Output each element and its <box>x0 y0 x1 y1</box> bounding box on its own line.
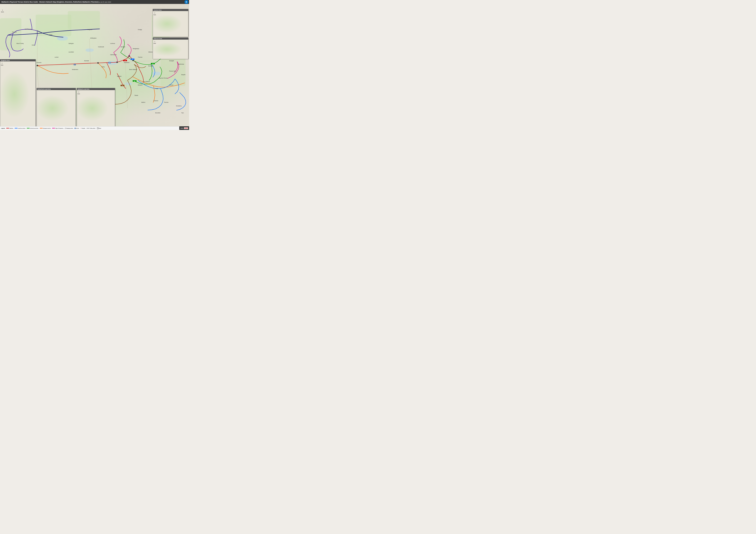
water-body <box>86 48 94 52</box>
hospital-icon: + <box>80 127 81 129</box>
paterson-inset: Paterson Area ↑ North Paterson Gresford … <box>153 38 188 59</box>
maitland-inset: Maitland Local Area ↑ North <box>77 88 115 126</box>
legend-hospital: + Hospital <box>80 127 85 129</box>
maitland-inset-map: ↑ North <box>77 90 115 126</box>
legend-local: Local bus service <box>14 128 25 129</box>
cdc-logo: CDC NSW <box>179 126 189 130</box>
north-arrow-singleton: ↑ North <box>1 62 3 66</box>
trolley-color <box>87 128 89 128</box>
singleton-inset-title: Singleton Area <box>0 59 36 61</box>
local-color <box>14 128 17 128</box>
rutherford-inset: Rutherford Local Area <box>37 88 76 126</box>
water-body <box>107 61 117 65</box>
legend-high-freq: High of Frequency <box>52 128 63 129</box>
green-area <box>0 18 21 50</box>
legend-mainline: Mainline <box>6 128 13 129</box>
legend: Legend Mainline Local bus service School… <box>0 126 189 130</box>
north-arrow-main: ↑ North <box>1 9 4 13</box>
singleton-inset: Singleton Area ↑ North <box>0 59 36 127</box>
page-title: Maitland & Raymond Terrace District Bus … <box>1 1 188 3</box>
network-badge: B <box>184 0 188 4</box>
green-area <box>68 11 100 29</box>
school-marker-icon <box>74 127 76 129</box>
gosford-inset: Gosford Area ↑ North Dora Creek Gosfor <box>153 9 188 37</box>
green-area <box>161 58 185 86</box>
legend-stop: Stopping centre <box>65 128 73 129</box>
rutherford-inset-map: 140 155 130 Rutherford Lochinvar Abergla… <box>37 90 76 126</box>
paterson-inset-title: Paterson Area <box>153 38 188 40</box>
water-body <box>152 72 161 75</box>
infrequent-color <box>40 128 42 128</box>
green-area <box>36 14 71 36</box>
school-color <box>27 128 30 128</box>
north-arrow-gosford: ↑ North <box>153 12 156 15</box>
mainline-color <box>6 128 9 128</box>
stop-icon <box>65 128 66 129</box>
legend-school: School bus service <box>27 128 38 129</box>
legend-major: Major <box>97 127 101 129</box>
legend-trolley: Trolley electr. <box>87 128 95 129</box>
gosford-inset-title: Gosford Area <box>153 9 188 11</box>
major-icon <box>97 127 98 129</box>
rutherford-inset-title: Rutherford Local Area <box>37 88 76 90</box>
legend-infrequent: Infrequent service <box>40 128 51 129</box>
paterson-inset-map: ↑ North Paterson Gresford Dungog <box>153 40 188 59</box>
high-freq-color <box>52 128 55 128</box>
north-arrow-paterson: ↑ North <box>153 40 156 44</box>
maitland-inset-title: Maitland Local Area <box>77 88 115 90</box>
legend-title: Legend <box>1 128 5 129</box>
legend-school-marker: School <box>74 128 79 129</box>
water-body <box>57 36 68 40</box>
page-header: Maitland & Raymond Terrace District Bus … <box>0 0 189 4</box>
singleton-inset-map: ↑ North <box>0 61 36 127</box>
main-map: 130 140 165 155 170 Branxton East Branxt… <box>0 4 189 130</box>
north-arrow-maitland: ↑ North <box>78 91 80 94</box>
gosford-inset-map: ↑ North Dora Creek Gosford Wyong Terriga… <box>153 11 188 37</box>
water-body <box>125 82 132 85</box>
